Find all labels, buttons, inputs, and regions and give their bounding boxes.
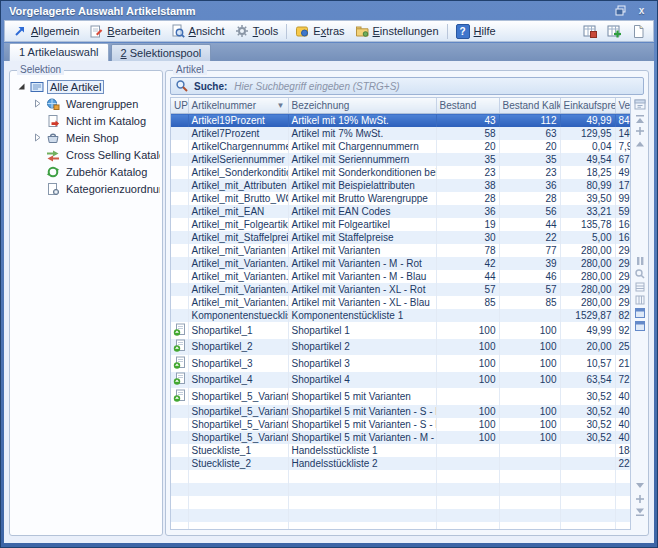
close-button[interactable]: x (634, 4, 649, 17)
einkaufspreis-cell: 5,00 (560, 231, 615, 244)
rows-icon[interactable] (633, 281, 646, 293)
menu-einstellungen[interactable]: Einstellungen (350, 22, 444, 40)
bestand-cell: 36 (436, 205, 499, 218)
magnifier-icon[interactable] (633, 268, 646, 280)
bestand-cell: 100 (436, 405, 499, 418)
artikelnummer-cell: Shopartikel_5_Varianten.1 (188, 405, 288, 418)
artikelnummer-cell: Artikel_mit_EAN (188, 205, 288, 218)
up-cell (171, 244, 188, 257)
bezeichnung-cell: Artikel mit Varianten - XL - Blau (288, 296, 436, 309)
scroll-up-plus-icon[interactable] (633, 125, 646, 137)
menu-allgemein[interactable]: Allgemein (8, 22, 84, 40)
collapsed-expander-icon[interactable] (32, 98, 43, 109)
menu-ansicht[interactable]: Ansicht (166, 22, 230, 40)
tree-item[interactable]: Nicht im Katalog (12, 112, 160, 129)
scroll-up-icon[interactable] (633, 137, 646, 149)
maximize-button[interactable] (613, 4, 628, 17)
table-row[interactable]: Artikel_mit_EANArtikel mit EAN Codes3656… (171, 205, 631, 218)
table-row[interactable]: Shopartikel_2Shopartikel 210010020,0025, (171, 339, 631, 356)
table-row[interactable]: Artikel_mit_VariantenArtikel mit Variant… (171, 244, 631, 257)
window-controls: x (613, 4, 649, 17)
table-row[interactable]: Komponentenstueckliste_1Komponentenstück… (171, 309, 631, 322)
tree-item[interactable]: Zubehör Katalog (12, 163, 160, 180)
table-row[interactable]: Shopartikel_5_VariantenShopartikel 5 mit… (171, 388, 631, 405)
collapsed-expander-icon[interactable] (32, 132, 43, 143)
column-header[interactable]: Bezeichnung (288, 98, 436, 114)
bestand-cell: 100 (436, 372, 499, 389)
up-cell (171, 153, 188, 166)
bestand-kalk-cell: 56 (499, 205, 560, 218)
scroll-bottom-icon[interactable] (633, 506, 646, 518)
table-row[interactable]: Shopartikel_1Shopartikel 110010049,9992, (171, 322, 631, 339)
table-row[interactable]: Artikel_mit_Varianten.005Artikel mit Var… (171, 283, 631, 296)
menu-hilfe[interactable]: ?Hilfe (451, 22, 501, 40)
artikelnummer-cell: Artikel_mit_Varianten (188, 244, 288, 257)
extras-box-icon (295, 24, 309, 38)
table-row[interactable]: Stueckliste_2Handelsstückliste 2229 (171, 457, 631, 470)
scroll-top-icon[interactable] (633, 113, 646, 125)
table-row[interactable]: Artikel_mit_AttributenArtikel mit Beispi… (171, 179, 631, 192)
tab-selektionspool[interactable]: 2 Selektionspool (111, 44, 212, 61)
einkaufspreis-cell: 30,52 (560, 431, 615, 444)
table-export-icon[interactable] (582, 23, 598, 39)
tree-item[interactable]: Warengruppen (12, 95, 160, 112)
pause-icon[interactable] (633, 255, 646, 267)
tree-item[interactable]: Kategorienzuordnung entfernen (12, 180, 160, 197)
new-document-icon[interactable] (630, 23, 646, 39)
ve-cell: 184 (615, 444, 631, 457)
tree-item[interactable]: Mein Shop (12, 129, 160, 146)
einkaufspreis-cell: 280,00 (560, 257, 615, 270)
scroll-down-plus-icon[interactable] (633, 493, 646, 505)
bezeichnung-cell: Shopartikel 4 (288, 372, 436, 389)
menu-bearbeiten[interactable]: Bearbeiten (84, 22, 165, 40)
up-cell (171, 355, 188, 372)
tab-strip: 1 Artikelauswahl2 Selektionspool (4, 43, 654, 61)
window-icon[interactable] (633, 320, 646, 332)
search-input[interactable] (232, 80, 639, 93)
menu-tools[interactable]: Tools (230, 22, 284, 40)
table-row[interactable]: Shopartikel_3Shopartikel 310010010,5721, (171, 355, 631, 372)
columns-icon[interactable] (633, 294, 646, 306)
up-cell (171, 218, 188, 231)
table-row[interactable]: Artikel_mit_Brutto_WGRArtikel mit Brutto… (171, 192, 631, 205)
table-row[interactable]: Artikel_mit_Varianten.006Artikel mit Var… (171, 296, 631, 309)
tree-item[interactable]: Cross Selling Katalog (12, 146, 160, 163)
bezeichnung-cell: Artikel mit Brutto Warengruppe (288, 192, 436, 205)
column-chooser-icon[interactable] (633, 98, 646, 110)
menu-extras[interactable]: Extras (290, 22, 349, 40)
table-row[interactable]: Artikel_mit_Varianten.004Artikel mit Var… (171, 270, 631, 283)
table-row[interactable]: Artikel_mit_FolgeartikelArtikel mit Folg… (171, 218, 631, 231)
table-row[interactable]: Artikel_SonderkonditionenArtikel mit Son… (171, 166, 631, 179)
table-row[interactable]: Artikel19ProzentArtikel mit 19% MwSt.431… (171, 114, 631, 128)
scroll-down-icon[interactable] (633, 480, 646, 492)
help-icon: ? (456, 24, 470, 38)
window-icon[interactable] (633, 307, 646, 319)
bestand-kalk-cell: 63 (499, 127, 560, 140)
expanded-expander-icon[interactable] (16, 81, 27, 92)
column-header[interactable]: Bestand (436, 98, 499, 114)
einkaufspreis-cell: 33,21 (560, 205, 615, 218)
column-header[interactable]: UP (171, 98, 188, 114)
tree-item[interactable]: Alle Artikel (12, 78, 160, 95)
tree-item-label: Alle Artikel (47, 80, 104, 94)
table-row[interactable]: Stueckliste_1Handelsstückliste 1184 (171, 444, 631, 457)
table-row[interactable]: Shopartikel_5_Varianten.1Shopartikel 5 m… (171, 405, 631, 418)
table-row[interactable]: Shopartikel_5_Varianten.3Shopartikel 5 m… (171, 431, 631, 444)
column-header[interactable]: Artikelnummer▼ (188, 98, 288, 114)
table-row[interactable]: ArtikelSeriennummerArtikel mit Seriennum… (171, 153, 631, 166)
table-row[interactable]: Artikel7ProzentArtikel mit 7% MwSt.58631… (171, 127, 631, 140)
search-icon (175, 79, 189, 93)
table-row[interactable]: Shopartikel_5_Varianten.2Shopartikel 5 m… (171, 418, 631, 431)
table-row[interactable]: Artikel_mit_Varianten.003Artikel mit Var… (171, 257, 631, 270)
column-header[interactable]: Einkaufspreis (560, 98, 615, 114)
table-row[interactable]: Shopartikel_4Shopartikel 410010063,5472, (171, 372, 631, 389)
table-row[interactable]: ArtikelChargennummerArtikel mit Chargenn… (171, 140, 631, 153)
table-add-icon[interactable] (606, 23, 622, 39)
bezeichnung-cell: Artikel mit EAN Codes (288, 205, 436, 218)
ve-cell: 40, (615, 405, 631, 418)
column-header[interactable]: Bestand Kalk. (499, 98, 560, 114)
tab-artikelauswahl[interactable]: 1 Artikelauswahl (9, 43, 109, 61)
column-header[interactable]: Ve (615, 98, 631, 114)
table-row[interactable]: Artikel_mit_StaffelpreiseArtikel mit Sta… (171, 231, 631, 244)
bestand-cell (436, 309, 499, 322)
